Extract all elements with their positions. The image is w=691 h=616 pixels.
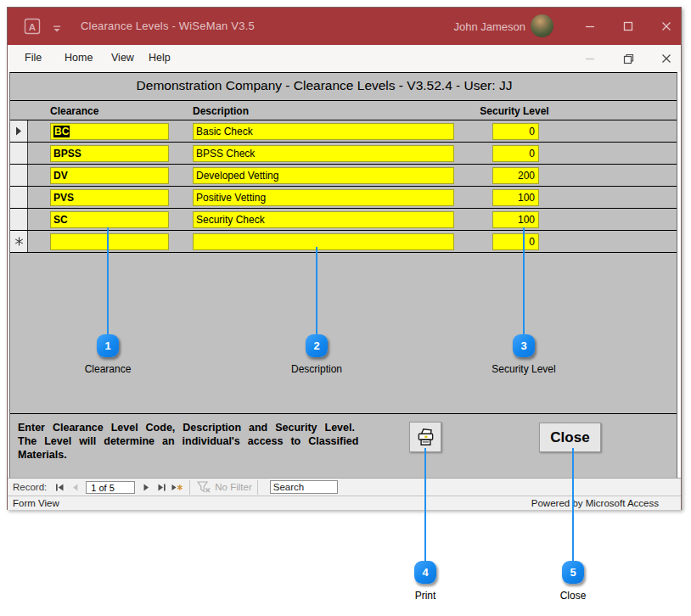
record-position-box[interactable]: 1 of 5 bbox=[86, 481, 135, 494]
view-mode-status: Form View bbox=[13, 498, 59, 508]
column-header-security-level: Security Level bbox=[463, 105, 565, 117]
minimize-button-inner[interactable] bbox=[577, 50, 603, 67]
svg-text:A: A bbox=[29, 22, 36, 32]
record-selector[interactable] bbox=[10, 187, 28, 208]
quick-access-toolbar-chevron-icon[interactable] bbox=[52, 22, 62, 37]
security-level-field[interactable]: 0 bbox=[492, 123, 539, 140]
callout-label-security-level: Security Level bbox=[477, 363, 570, 375]
table-row: DV Developed Vetting 200 bbox=[10, 165, 677, 187]
user-avatar[interactable] bbox=[531, 14, 553, 37]
filter-icon[interactable] bbox=[195, 481, 212, 494]
next-record-button[interactable] bbox=[138, 481, 154, 494]
maximize-button[interactable] bbox=[615, 18, 641, 35]
current-record-arrow-icon bbox=[15, 126, 22, 136]
callout-badge-3: 3 bbox=[513, 334, 535, 357]
status-bar: Form View Powered by Microsoft Access bbox=[8, 496, 681, 510]
record-selector[interactable] bbox=[10, 209, 28, 230]
description-field-new[interactable] bbox=[193, 233, 454, 250]
close-button-inner[interactable] bbox=[654, 50, 679, 67]
menu-view[interactable]: View bbox=[111, 52, 134, 64]
table-row-new: 0 bbox=[10, 231, 677, 253]
powered-by-text: Powered by Microsoft Access bbox=[531, 498, 659, 508]
table-row: BC Basic Check 0 bbox=[10, 120, 677, 143]
callout-badge-4: 4 bbox=[414, 561, 436, 584]
callout-label-clearance: Clearance bbox=[61, 363, 154, 375]
records-grid: BC Basic Check 0 BPSS BPSS Check 0 DV De… bbox=[10, 120, 677, 253]
divider bbox=[189, 480, 190, 495]
security-level-field[interactable]: 200 bbox=[492, 167, 539, 184]
security-level-field[interactable]: 100 bbox=[492, 211, 539, 228]
titlebar: A Clearance Levels - WiSeMan V3.5 John J… bbox=[8, 8, 681, 45]
menu-home[interactable]: Home bbox=[65, 52, 93, 64]
callout-badge-2: 2 bbox=[306, 334, 328, 357]
restore-button-inner[interactable] bbox=[615, 50, 641, 67]
table-row: BPSS BPSS Check 0 bbox=[10, 143, 677, 165]
security-level-field[interactable]: 0 bbox=[492, 145, 539, 162]
description-field[interactable]: Basic Check bbox=[193, 123, 454, 140]
last-record-button[interactable] bbox=[154, 481, 169, 494]
record-selector-current[interactable] bbox=[10, 120, 28, 142]
menu-file[interactable]: File bbox=[25, 52, 42, 64]
menu-help[interactable]: Help bbox=[149, 52, 171, 64]
description-field[interactable]: Developed Vetting bbox=[193, 167, 454, 184]
description-field[interactable]: Security Check bbox=[193, 211, 454, 228]
form-area: Demonstration Company - Clearance Levels… bbox=[9, 72, 677, 478]
signed-in-user[interactable]: John Jameson bbox=[453, 20, 525, 33]
clearance-field[interactable]: PVS bbox=[50, 189, 169, 206]
record-selector[interactable] bbox=[10, 143, 28, 164]
callout-badge-5: 5 bbox=[562, 561, 584, 584]
divider bbox=[257, 480, 258, 495]
no-filter-button[interactable]: No Filter bbox=[215, 482, 251, 492]
new-record-asterisk-icon bbox=[14, 237, 24, 246]
column-header-clearance: Clearance bbox=[50, 105, 98, 117]
description-field[interactable]: BPSS Check bbox=[193, 145, 454, 162]
clearance-field[interactable]: BC bbox=[50, 123, 169, 140]
column-header-description: Description bbox=[193, 105, 249, 117]
new-record-button[interactable] bbox=[169, 481, 184, 494]
access-app-icon: A bbox=[23, 17, 42, 39]
callout-line-4 bbox=[424, 448, 426, 563]
divider bbox=[10, 100, 677, 101]
table-row: SC Security Check 100 bbox=[10, 209, 677, 231]
table-row: PVS Positive Vetting 100 bbox=[10, 187, 677, 209]
window-title: Clearance Levels - WiSeMan V3.5 bbox=[81, 20, 255, 32]
printer-icon bbox=[414, 426, 437, 448]
callout-line-5 bbox=[572, 448, 574, 563]
callout-line-3 bbox=[523, 227, 525, 335]
close-window-button[interactable] bbox=[654, 18, 679, 35]
callout-badge-1: 1 bbox=[97, 334, 119, 357]
first-record-button[interactable] bbox=[52, 481, 67, 494]
record-nav-label: Record: bbox=[13, 482, 47, 492]
form-header-title: Demonstration Company - Clearance Levels… bbox=[10, 78, 638, 93]
callout-label-print: Print bbox=[379, 590, 472, 602]
minimize-button[interactable] bbox=[577, 18, 603, 35]
clearance-field[interactable]: DV bbox=[50, 167, 169, 184]
divider bbox=[10, 413, 677, 414]
search-input[interactable] bbox=[270, 480, 338, 494]
record-navigation-bar: Record: 1 of 5 No Filter bbox=[8, 478, 681, 496]
callout-line-2 bbox=[316, 247, 317, 335]
previous-record-button[interactable] bbox=[67, 481, 82, 494]
clearance-field[interactable]: SC bbox=[50, 211, 169, 228]
record-selector[interactable] bbox=[10, 165, 28, 186]
menubar: File Home View Help bbox=[8, 45, 681, 72]
callout-line-1 bbox=[107, 227, 109, 335]
clearance-field[interactable]: BPSS bbox=[50, 145, 169, 162]
callout-label-close: Close bbox=[526, 590, 620, 602]
form-instructions: Enter Clearance Level Code, Description … bbox=[18, 421, 400, 462]
security-level-field[interactable]: 100 bbox=[492, 189, 539, 206]
new-record-selector[interactable] bbox=[10, 231, 28, 252]
callout-label-description: Description bbox=[270, 363, 363, 375]
security-level-field-new[interactable]: 0 bbox=[492, 233, 539, 250]
description-field[interactable]: Positive Vetting bbox=[193, 189, 454, 206]
clearance-field-new[interactable] bbox=[50, 233, 169, 250]
close-form-button[interactable]: Close bbox=[539, 423, 601, 452]
